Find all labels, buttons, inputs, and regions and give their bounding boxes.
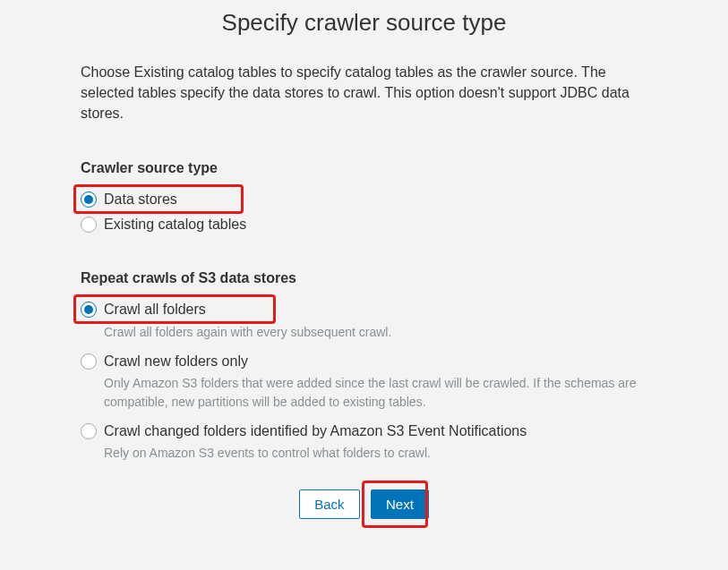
intro-text: Choose Existing catalog tables to specif… [81,62,647,124]
label-data-stores: Data stores [104,191,177,207]
label-crawl-changed-folders: Crawl changed folders identified by Amaz… [104,423,527,438]
back-button[interactable]: Back [299,489,359,519]
hint-crawl-all-folders: Crawl all folders again with every subse… [104,323,647,341]
crawler-source-type-group: Crawler source type Data stores Existing… [81,160,647,235]
hint-crawl-changed-folders: Rely on Amazon S3 events to control what… [104,444,647,462]
option-crawl-changed-folders[interactable]: Crawl changed folders identified by Amaz… [81,421,647,463]
radio-crawl-all-folders[interactable] [81,302,97,318]
button-row: Back Next [81,489,647,519]
repeat-crawls-heading: Repeat crawls of S3 data stores [81,270,647,286]
radio-crawl-new-folders[interactable] [81,353,97,370]
source-type-heading: Crawler source type [81,160,647,176]
radio-data-stores[interactable] [81,191,97,208]
hint-crawl-new-folders: Only Amazon S3 folders that were added s… [104,374,647,411]
label-crawl-new-folders: Crawl new folders only [104,353,248,369]
radio-crawl-changed-folders[interactable] [81,423,97,439]
page-title: Specify crawler source type [81,9,647,37]
option-crawl-new-folders[interactable]: Crawl new folders only Only Amazon S3 fo… [81,352,647,411]
label-existing-catalog-tables: Existing catalog tables [104,217,246,232]
option-data-stores[interactable]: Data stores [81,190,647,209]
radio-existing-catalog-tables[interactable] [81,217,97,233]
next-button[interactable]: Next [371,489,429,519]
option-existing-catalog-tables[interactable]: Existing catalog tables [81,215,647,234]
label-crawl-all-folders: Crawl all folders [104,302,206,317]
repeat-crawls-group: Repeat crawls of S3 data stores Crawl al… [81,270,647,462]
option-crawl-all-folders[interactable]: Crawl all folders Crawl all folders agai… [81,300,647,341]
